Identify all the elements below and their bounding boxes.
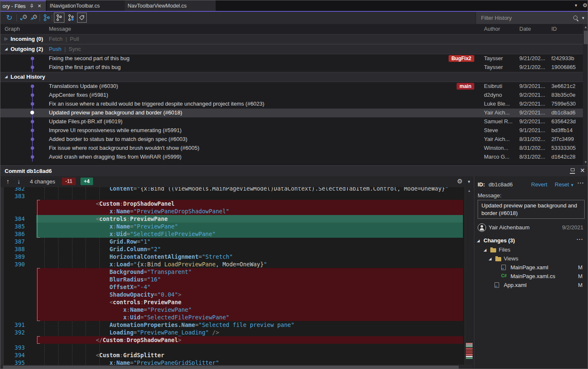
code-text: <controls:PreviewPane — [31, 215, 168, 223]
editor-scrollbar[interactable]: ▲ — [465, 187, 473, 365]
close-tab-icon[interactable]: ✕ — [37, 3, 41, 9]
diff-line-added: 386 x:Uid="SelectedFilePreviewPane" — [0, 230, 465, 238]
section-label: Outgoing (2) — [11, 46, 43, 52]
expander-expanded-icon[interactable]: ◢ — [5, 47, 8, 51]
commit-row[interactable]: Update Files.pt-BR.xlf (#6019)Samuel R..… — [0, 117, 583, 126]
scroll-down-icon[interactable]: ▼ — [583, 160, 588, 164]
reset-link[interactable]: Reset — [555, 181, 569, 188]
filter-history-searchbox[interactable]: Filter History ▼ — [476, 12, 588, 24]
code-text: x:Name="PreviewPaneDropShadowPanel" — [31, 207, 229, 215]
commit-row[interactable]: Updated preview pane background and bord… — [0, 109, 583, 117]
diff-code-editor[interactable]: 382 Content="{x:Bind ((ViewModels.MainPa… — [0, 187, 465, 365]
scrollbar-change-annotation — [466, 350, 473, 353]
commit-row[interactable]: Fixing the second part of this bugBugFix… — [0, 54, 583, 63]
file-label: MainPage.xaml — [510, 264, 548, 271]
tab-inavigationtoolbar[interactable]: INavigationToolbar.cs — [47, 0, 127, 11]
pin-icon[interactable] — [29, 4, 34, 8]
show-authors-toggle[interactable] — [66, 13, 76, 23]
tree-item-mainpage-xaml-cs[interactable]: C#MainPage.xaml.csM — [474, 272, 588, 281]
close-panel-icon[interactable]: ✕ — [580, 167, 585, 174]
tree-item-app-xaml[interactable]: ‹›App.xamlM — [474, 281, 588, 290]
tab-history-files[interactable]: ory - Files ✕ — [0, 0, 46, 11]
push-link[interactable]: Push — [49, 46, 61, 52]
section-row-incoming-0-[interactable]: ▷Incoming (0)Fetch|Pull — [0, 34, 583, 44]
pull-link: Pull — [70, 36, 79, 42]
editor-scroll-up-icon[interactable]: ▲ — [465, 189, 473, 193]
change-bracket — [37, 268, 40, 321]
tree-item-mainpage-xaml[interactable]: ‹›MainPage.xamlM — [474, 263, 588, 272]
changes-more-icon[interactable]: ··· — [577, 236, 583, 242]
commit-row[interactable]: Fix issue where root background brush wo… — [0, 144, 583, 153]
commit-date: 9/1/2021... — [519, 127, 550, 133]
previous-change-button[interactable]: ↑ — [6, 178, 10, 185]
commit-row[interactable]: Added border to status bar to match desi… — [0, 135, 583, 144]
diff-line-deleted: Background="Transparent" — [0, 268, 465, 276]
commit-message-box[interactable]: Updated preview pane background and bord… — [478, 200, 585, 219]
file-label: App.xaml — [504, 282, 527, 288]
code-text: BlurRadius="16" — [31, 276, 161, 283]
history-scrollbar[interactable]: ▲ ▼ — [583, 24, 588, 165]
section-row-outgoing-2-[interactable]: ◢Outgoing (2)Push|Sync — [0, 44, 583, 54]
commit-row[interactable]: Avoid crash when dragging files from Win… — [0, 153, 583, 162]
tree-item-views[interactable]: ◢Views — [474, 255, 588, 263]
push-icon[interactable] — [29, 13, 38, 23]
line-number: 389 — [0, 253, 25, 260]
folder-label: Files — [499, 247, 510, 253]
commit-row[interactable]: Improve UI responsiveness while enumerat… — [0, 126, 583, 135]
history-scrollbar-thumb[interactable] — [584, 31, 588, 44]
editor-horizontal-scrollbar[interactable] — [0, 365, 473, 369]
csharp-file-icon: C# — [501, 273, 507, 278]
search-icon[interactable] — [573, 15, 579, 21]
column-header-id[interactable]: ID — [551, 26, 557, 32]
diff-line-deleted: OffsetX="-4" — [0, 283, 465, 291]
more-actions-icon[interactable]: ··· — [577, 180, 584, 186]
expander-collapsed-icon[interactable]: ▷ — [5, 37, 8, 41]
diff-line: 388 Grid.Column="2" — [0, 245, 465, 253]
fetch-icon[interactable] — [19, 13, 28, 23]
scrollbar-change-annotation — [466, 358, 473, 359]
diff-settings-chevron-icon[interactable]: ▼ — [467, 180, 471, 184]
diff-line: 382 Content="{x:Bind ((ViewModels.MainPa… — [0, 187, 465, 192]
expander-expanded-icon[interactable]: ◢ — [484, 248, 486, 252]
code-text: Content="{x:Bind ((ViewModels.MainPageVi… — [31, 187, 449, 192]
chevron-down-icon[interactable]: ▼ — [574, 3, 578, 8]
diff-line: 389 HorizontalContentAlignment="Stretch" — [0, 253, 465, 260]
commit-row[interactable]: Translations Update (#6030)mainEsibruti9… — [0, 82, 583, 91]
graph-commit-dot — [31, 57, 34, 60]
commit-row[interactable]: Fixing the first part of this bugTaysser… — [0, 63, 583, 72]
code-text: Loading="PreviewPane_Loading" /> — [31, 329, 219, 336]
refresh-button[interactable]: ↻ — [5, 13, 14, 23]
gear-icon[interactable]: ⚙ — [583, 2, 588, 8]
section-row-local-history[interactable]: ◢Local History — [0, 72, 583, 82]
commit-row[interactable]: AppCenter fixes (#5981)d2dyno9/2/2021...… — [0, 91, 583, 100]
commit-date: 9/2/2021... — [519, 118, 550, 125]
next-change-button[interactable]: ↓ — [17, 178, 21, 185]
search-options-chevron-icon[interactable]: ▼ — [581, 16, 585, 20]
column-header-message[interactable]: Message — [49, 26, 71, 32]
column-header-date[interactable]: Date — [519, 26, 531, 32]
revert-link[interactable]: Revert — [531, 181, 547, 188]
show-tags-toggle[interactable] — [77, 13, 87, 23]
link-separator: | — [61, 46, 69, 52]
column-header-author[interactable]: Author — [484, 26, 500, 32]
tab-navtoolbarviewmodel[interactable]: NavToolbarViewModel.cs — [125, 0, 216, 11]
editor-hscrollbar-thumb[interactable] — [3, 366, 459, 369]
expander-expanded-icon[interactable]: ◢ — [5, 74, 8, 79]
column-header-graph[interactable]: Graph — [5, 26, 20, 32]
changes-section-header[interactable]: ◢ Changes (3) ··· — [474, 237, 588, 246]
expander-expanded-icon[interactable]: ◢ — [489, 257, 492, 261]
float-window-icon[interactable] — [570, 170, 575, 174]
tree-item-files[interactable]: ◢Files — [474, 246, 588, 255]
filter-history-placeholder: Filter History — [481, 15, 573, 21]
commit-date: 9/21/202... — [519, 64, 550, 70]
scroll-up-icon[interactable]: ▲ — [583, 25, 588, 29]
expander-icon[interactable]: ◢ — [477, 239, 480, 243]
commit-id: 6356423d — [551, 118, 576, 125]
branch-icon[interactable] — [42, 13, 51, 23]
diff-settings-gear-icon[interactable]: ⚙ — [457, 178, 462, 185]
message-label: Message: — [478, 192, 501, 199]
reset-chevron-icon[interactable]: ▼ — [570, 183, 574, 187]
commit-row[interactable]: Fix an issue where a rebuild would be tr… — [0, 100, 583, 109]
show-graph-toggle[interactable] — [54, 13, 64, 23]
commit-message: Translations Update (#6030) — [49, 83, 118, 89]
